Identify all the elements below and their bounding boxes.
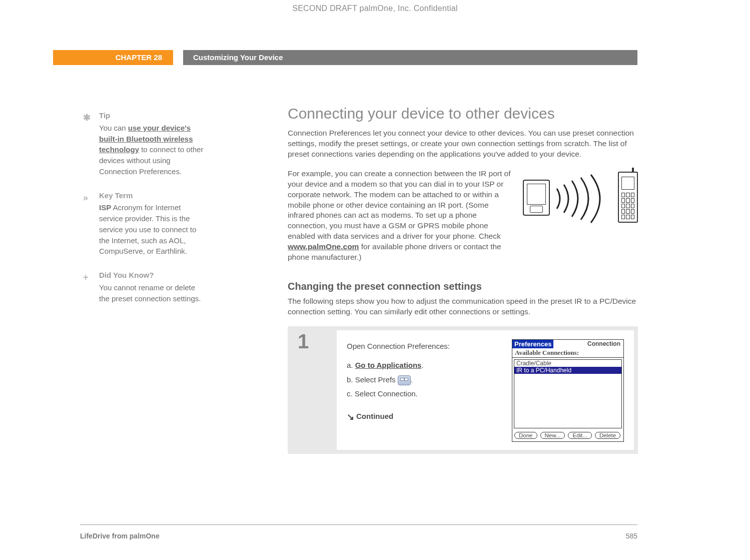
mini-subtitle: Available Connections: [512,348,623,358]
mobile-phone-icon [618,172,638,223]
handheld-icon [523,180,550,216]
step-number: 1 [292,330,333,450]
ir-illustration [523,169,638,229]
prefs-icon [398,375,411,385]
step-text: Open Connection Preferences: a. Go to Ap… [347,339,497,442]
example-row: For example, you can create a connection… [288,169,638,272]
plus-icon: + [83,271,89,284]
footer-rule [80,524,637,525]
step-b-post: . [411,375,413,384]
chapter-header: CHAPTER 28 Customizing Your Device [53,50,637,65]
go-to-applications-link[interactable]: Go to Applications [355,361,422,369]
device-screenshot: Preferences Connection Available Connect… [512,339,624,442]
chapter-title: Customizing Your Device [183,50,637,65]
footer-brand: LifeDrive from palmOne [80,532,160,540]
step-lead: Open Connection Preferences: [347,339,497,354]
mini-button-row: Done New... Edit... Delete [512,430,623,441]
continued-label: ↘Continued [347,408,497,425]
step-a: a. Go to Applications. [347,358,497,373]
tip-pre: You can [99,124,128,132]
step-a-post: . [421,361,423,369]
intro-paragraph: Connection Preferences let you connect y… [288,128,638,160]
step-b-pre: b. Select Prefs [347,375,398,384]
mini-title-left: Preferences [512,340,553,348]
p2a: For example, you can create a connection… [288,169,510,241]
palmone-link[interactable]: www.palmOne.com [288,242,359,251]
keyterm-def: Acronym for Internet service provider. T… [99,203,196,255]
sidebar: ✱ Tip You can use your device's built-in… [80,110,205,317]
dyk-block: + Did You Know? You cannot rename or del… [80,270,205,304]
footer-page-number: 585 [626,532,637,540]
mini-titlebar: Preferences Connection [512,340,623,348]
sub-paragraph: The following steps show you how to adju… [288,296,638,317]
mini-list-item[interactable]: Cradle/Cable [514,360,621,367]
keyterm-head: Key Term [99,190,205,201]
page-heading: Connecting your device to other devices [288,105,638,122]
chapter-label: CHAPTER 28 [53,50,173,65]
new-button[interactable]: New... [540,432,565,439]
dyk-head: Did You Know? [99,270,205,281]
step-b: b. Select Prefs . [347,373,497,387]
chevrons-icon: » [83,191,88,204]
tip-body: You can use your device's built-in Bluet… [99,123,205,177]
confidential-header: SECOND DRAFT palmOne, Inc. Confidential [0,4,750,13]
continued-arrow-icon: ↘ [347,408,354,425]
done-button[interactable]: Done [514,432,537,439]
asterisk-icon: ✱ [83,111,91,124]
keyterm-term: ISP [99,203,111,212]
step-body: Open Connection Preferences: a. Go to Ap… [337,330,634,450]
mini-list: Cradle/Cable IR to a PC/Handheld [514,359,622,428]
dyk-body: You cannot rename or delete the preset c… [99,282,205,304]
tip-head: Tip [99,110,205,121]
keyterm-body: ISP Acronym for Internet service provide… [99,202,205,257]
example-paragraph: For example, you can create a connection… [288,169,513,263]
ir-waves-icon [552,174,612,224]
mini-list-item-selected[interactable]: IR to a PC/Handheld [514,367,621,374]
header-gap [173,50,183,65]
step-a-pre: a. [347,361,355,369]
step-c: c. Select Connection. [347,387,497,401]
step-box: 1 Open Connection Preferences: a. Go to … [288,326,638,454]
mini-title-right: Connection [553,340,623,348]
delete-button[interactable]: Delete [595,432,620,439]
edit-button[interactable]: Edit... [568,432,591,439]
continued-text: Continued [356,412,393,420]
keyterm-block: » Key Term ISP Acronym for Internet serv… [80,190,205,257]
main-content: Connecting your device to other devices … [288,105,638,454]
page-footer: LifeDrive from palmOne 585 [80,532,637,540]
subheading: Changing the preset connection settings [288,281,638,292]
tip-block: ✱ Tip You can use your device's built-in… [80,110,205,177]
